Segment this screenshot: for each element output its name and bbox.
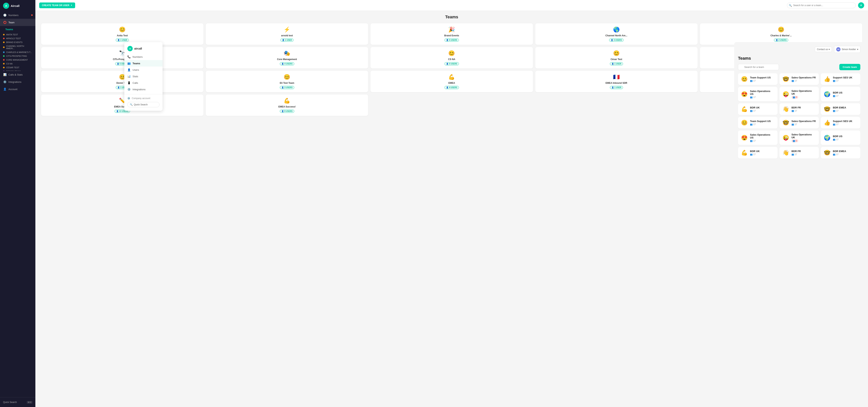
team-list-item[interactable]: CITS-PROSPECTING bbox=[0, 54, 35, 58]
right-team-card[interactable]: 👋 BDR FR 👥 17 bbox=[779, 103, 819, 115]
keyboard-shortcut: ⌘ K bbox=[27, 401, 32, 404]
right-team-card[interactable]: 👍 Support SES UK 👥 17 bbox=[821, 73, 860, 85]
right-team-card[interactable]: 😊 Team Support US 👥 17 bbox=[738, 117, 778, 128]
right-team-card[interactable]: 🤓 Sales Operations FR 👥 17 bbox=[779, 73, 819, 85]
team-search-input[interactable] bbox=[738, 64, 779, 70]
dropdown-logo-letter: a bbox=[129, 47, 131, 50]
sidebar-item-calls-stats[interactable]: 📊 Calls & Stats bbox=[0, 71, 35, 78]
right-team-info: BDR US 👥 17 bbox=[833, 135, 857, 141]
right-team-users: 👥 17 bbox=[792, 80, 816, 82]
user-avatar-button[interactable]: A bbox=[858, 2, 864, 8]
dropdown-item-numbers[interactable]: 📞Numbers bbox=[124, 54, 162, 60]
team-card-name: Brand Events bbox=[444, 34, 459, 37]
team-color-dot bbox=[3, 34, 5, 35]
right-team-card[interactable]: 😜 Sales Operations UK 👥 0 bbox=[779, 87, 819, 101]
team-card[interactable]: 😊 Charles & Marine'... 👤 2 USERS bbox=[700, 23, 862, 45]
dropdown-item-label: Stats bbox=[132, 75, 138, 78]
app-name: Aircall bbox=[11, 4, 20, 7]
team-card-name: CS NA bbox=[448, 58, 455, 61]
right-team-card[interactable]: 🌍 BDR US 👥 17 bbox=[821, 87, 860, 101]
sidebar-item-integrations[interactable]: ⚙️ Integrations bbox=[0, 78, 35, 86]
team-list-item[interactable]: CORE MANAGEMENT bbox=[0, 58, 35, 62]
right-team-card[interactable]: 💪 BDR UK 👥 17 bbox=[738, 103, 778, 115]
right-team-card[interactable]: 🤓 BDR EMEA 👥 17 bbox=[821, 147, 860, 159]
team-card[interactable]: ✏️ EMEA Success 👤 13 USERS bbox=[41, 94, 204, 116]
team-users-count: 👥 17 bbox=[833, 138, 838, 141]
right-team-info: BDR FR 👥 17 bbox=[792, 150, 816, 156]
team-list-item[interactable]: CHARLES & MARINE'S T... bbox=[0, 50, 35, 54]
user-account-button[interactable]: SK Simon Kestler ▾ bbox=[834, 46, 860, 53]
create-team-button[interactable]: Create team bbox=[839, 64, 860, 70]
right-team-card[interactable]: 🌍 BDR US 👥 17 bbox=[821, 130, 860, 145]
team-card[interactable]: 🎉 Brand Events 👤 5 USERS bbox=[370, 23, 533, 45]
account-label: Account bbox=[8, 88, 18, 91]
team-list-item[interactable]: ARNOLD TEST bbox=[0, 36, 35, 40]
team-card[interactable]: 😊 CS NA 👤 5 USERS bbox=[370, 47, 533, 68]
contact-us-label: Contact us bbox=[817, 48, 828, 51]
dropdown-item-users[interactable]: 👤Users bbox=[124, 67, 162, 73]
right-team-card[interactable]: 😍 Sales Operations US 👥 17 bbox=[738, 130, 778, 145]
right-team-emoji: 😊 bbox=[741, 76, 748, 82]
right-team-name: BDR FR bbox=[792, 150, 816, 153]
search-input[interactable] bbox=[787, 2, 856, 8]
sidebar-logo[interactable]: A Aircall bbox=[0, 0, 35, 11]
create-team-or-user-button[interactable]: CREATE TEAM OR USER ▼ bbox=[39, 2, 75, 8]
team-card[interactable]: 😊 Eli Test Team 👤 3 USERS bbox=[206, 71, 368, 92]
team-list-item[interactable]: CS NA bbox=[0, 62, 35, 66]
team-list-item[interactable]: ANITA TEST bbox=[0, 33, 35, 36]
dropdown-item-stats[interactable]: 📊Stats bbox=[124, 73, 162, 80]
team-card[interactable]: 😊 Anita Test 👤 1 USER bbox=[41, 23, 204, 45]
team-list-item[interactable]: CÉSAR TEST bbox=[0, 66, 35, 69]
team-card[interactable]: 🎭 Core Management 👤 4 USERS bbox=[206, 47, 368, 68]
dropdown-company-account[interactable]: ⚙️ Company account bbox=[124, 96, 162, 101]
team-card[interactable]: ⚡ arnold test 👤 1 USER bbox=[206, 23, 368, 45]
quick-search-button[interactable]: Quick Search ⌘ K bbox=[0, 399, 35, 405]
sidebar-item-account[interactable]: 👤 Account bbox=[0, 86, 35, 93]
right-team-card[interactable]: 👋 BDR FR 👥 17 bbox=[779, 147, 819, 159]
right-team-info: Sales Operations UK 👥 0 bbox=[792, 133, 816, 142]
dropdown-item-calls[interactable]: 📱Calls bbox=[124, 80, 162, 86]
right-team-card[interactable]: 😍 Sales Operations US 👥 17 bbox=[738, 87, 778, 101]
dropdown-item-label: Integrations bbox=[132, 88, 146, 91]
right-team-name: BDR UK bbox=[750, 106, 774, 109]
team-card-name: Charles & Marine'... bbox=[771, 34, 792, 37]
right-team-info: BDR UK 👥 17 bbox=[750, 150, 774, 156]
sidebar-item-team[interactable]: ⭕ Team bbox=[0, 19, 35, 26]
dropdown-item-integrations[interactable]: ⚙️Integrations bbox=[124, 86, 162, 93]
right-team-card[interactable]: 🤓 Sales Operations FR 👥 17 bbox=[779, 117, 819, 128]
right-team-name: Team Support US bbox=[750, 76, 774, 79]
right-team-card[interactable]: 🤓 BDR EMEA 👥 17 bbox=[821, 103, 860, 115]
team-card[interactable]: 🌎 Channel North Am... 👤 3 USERS bbox=[535, 23, 698, 45]
dropdown-item-teams[interactable]: 👥Teams bbox=[124, 60, 162, 67]
right-team-info: Team Support US 👥 17 bbox=[750, 76, 774, 82]
calls-stats-label: Calls & Stats bbox=[8, 73, 23, 76]
avatar-letter: A bbox=[860, 4, 862, 7]
team-card[interactable]: 😊 César Test 👤 1 USER bbox=[535, 47, 698, 68]
team-color-dot bbox=[3, 55, 5, 57]
right-team-users: 👥 17 bbox=[792, 109, 816, 112]
team-card[interactable]: 💪 EMEA 👤 4 USERS bbox=[370, 71, 533, 92]
numbers-label: Numbers bbox=[8, 14, 19, 17]
right-team-emoji: 🌍 bbox=[824, 91, 831, 97]
right-team-users: 👥 17 bbox=[833, 138, 857, 141]
team-card-users-badge: 👤 1 USER bbox=[116, 38, 129, 42]
team-list-item[interactable]: CHANNEL NORTH AMERI... bbox=[0, 44, 35, 50]
sidebar: A Aircall 🕐 Numbers ⭕ Team Teams ANITA T… bbox=[0, 0, 35, 407]
dropdown-quick-search-button[interactable]: 🔍 Quick Search bbox=[127, 102, 159, 107]
team-card[interactable]: 😊 Doren Test 👤 1 USER bbox=[41, 71, 204, 92]
dropdown-panel: a aircall 📞Numbers👥Teams👤Users📊Stats📱Cal… bbox=[124, 42, 162, 111]
sidebar-item-teams[interactable]: Teams bbox=[0, 26, 35, 33]
team-list-item[interactable]: DESIGN TEAM bbox=[0, 69, 35, 71]
team-card[interactable]: 🇫🇷 EMEA Inbound SDR 👤 1 USER bbox=[535, 71, 698, 92]
sidebar-item-numbers[interactable]: 🕐 Numbers bbox=[0, 11, 35, 19]
contact-us-button[interactable]: Contact us ▾ bbox=[815, 47, 832, 52]
right-team-card[interactable]: 😊 Team Support US 👥 17 bbox=[738, 73, 778, 85]
team-card[interactable]: 💪 EMEA Success! 👤 9 USERS bbox=[206, 94, 368, 116]
right-team-card[interactable]: 💪 BDR UK 👥 17 bbox=[738, 147, 778, 159]
right-team-card[interactable]: 😜 Sales Operations UK 👥 0 bbox=[779, 130, 819, 145]
right-team-card[interactable]: 👍 Support SES UK 👥 17 bbox=[821, 117, 860, 128]
team-list-item[interactable]: BRAND EVENTS bbox=[0, 40, 35, 44]
team-card-name: Anita Test bbox=[117, 34, 128, 37]
team-card[interactable]: 🔭 CITs-Prospecting 👤 5 USERS bbox=[41, 47, 204, 68]
right-team-info: BDR US 👥 17 bbox=[833, 91, 857, 97]
